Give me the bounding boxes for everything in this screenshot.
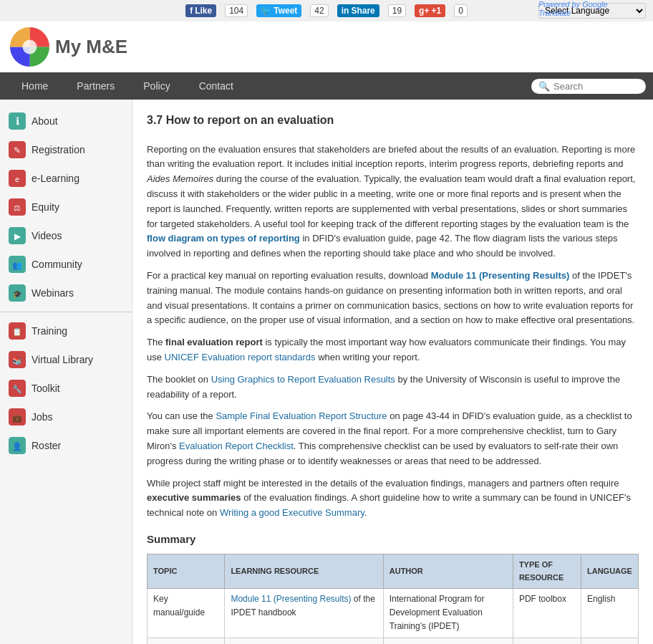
sidebar-label-virtual-library: Virtual Library xyxy=(32,354,93,365)
sidebar-label-equity: Equity xyxy=(32,201,59,213)
paragraph-2: For a practical key manual on reporting … xyxy=(147,269,639,328)
gp-label: +1 xyxy=(431,6,441,16)
svg-text:▶: ▶ xyxy=(14,231,21,241)
eval-checklist-link[interactable]: Evaluation Report Checklist xyxy=(179,441,294,451)
site-logo-text: My M&E xyxy=(55,36,127,58)
paragraph-6: While project staff might be interested … xyxy=(147,476,639,521)
search-input[interactable] xyxy=(553,81,647,92)
col-language: LANGUAGE xyxy=(581,554,639,588)
nav-home[interactable]: Home xyxy=(7,73,62,99)
exec-summary-link[interactable]: Writing a good Executive Summary xyxy=(220,507,364,518)
svg-text:📋: 📋 xyxy=(12,327,22,337)
registration-icon: ✎ xyxy=(9,141,26,158)
resource-cell: Module 11 (Presenting Results) of the IP… xyxy=(225,589,383,638)
sample-structure-link[interactable]: Sample Final Evaluation Report Structure xyxy=(216,410,387,421)
sidebar-item-equity[interactable]: ⚖ Equity xyxy=(0,193,132,221)
sidebar-item-elearning[interactable]: e e-Learning xyxy=(0,164,132,193)
virtual-library-icon: 📚 xyxy=(9,351,26,368)
sidebar-item-registration[interactable]: ✎ Registration xyxy=(0,135,132,164)
sidebar: ℹ About ✎ Registration e e-Learning ⚖ Eq… xyxy=(0,100,132,644)
svg-text:👤: 👤 xyxy=(12,441,22,451)
sidebar-item-virtual-library[interactable]: 📚 Virtual Library xyxy=(0,345,132,374)
sidebar-item-training[interactable]: 📋 Training xyxy=(0,317,132,345)
svg-text:📚: 📚 xyxy=(12,355,22,365)
translate-suffix: Translate xyxy=(538,9,571,17)
translate-brand: Google xyxy=(582,0,607,9)
sidebar-item-about[interactable]: ℹ About xyxy=(0,107,132,135)
main-layout: ℹ About ✎ Registration e e-Learning ⚖ Eq… xyxy=(0,100,653,644)
sidebar-label-toolkit: Toolkit xyxy=(32,383,60,394)
sidebar-item-jobs[interactable]: 💼 Jobs xyxy=(0,403,132,431)
col-topic: TOPIC xyxy=(147,554,225,588)
li-count: 19 xyxy=(388,4,406,17)
roster-icon: 👤 xyxy=(9,437,26,454)
gp-icon: g+ xyxy=(419,6,429,16)
col-resource: LEARNING RESOURCE xyxy=(225,554,383,588)
li-icon: in xyxy=(342,6,349,16)
flow-diagram-link[interactable]: flow diagram on types of reporting xyxy=(147,233,300,244)
sidebar-divider xyxy=(0,312,132,312)
type-cell: PDF toolbox xyxy=(513,589,581,638)
svg-text:ℹ: ℹ xyxy=(16,115,19,127)
sidebar-label-registration: Registration xyxy=(32,144,85,155)
table-row: UNICEF Evaluation report standardsUNICEF… xyxy=(147,638,639,644)
sidebar-item-webinars[interactable]: 🎓 Webinars xyxy=(0,279,132,307)
unicef-standards-link[interactable]: UNICEF Evaluation report standards xyxy=(165,352,316,362)
nav-contact[interactable]: Contact xyxy=(185,73,248,99)
sidebar-label-videos: Videos xyxy=(32,230,62,241)
summary-table: TOPIC LEARNING RESOURCE AUTHOR TYPE OF R… xyxy=(147,554,639,644)
nav-policy[interactable]: Policy xyxy=(129,73,184,99)
gp-count: 0 xyxy=(454,4,468,17)
svg-point-1 xyxy=(23,40,37,54)
linkedin-button[interactable]: in Share xyxy=(337,4,379,17)
fb-icon: f xyxy=(190,6,193,16)
paragraph-4: The booklet on Using Graphics to Report … xyxy=(147,373,639,403)
col-type: TYPE OF RESOURCE xyxy=(513,554,581,588)
equity-icon: ⚖ xyxy=(9,198,26,216)
topic-cell xyxy=(147,638,225,644)
col-author: AUTHOR xyxy=(383,554,513,588)
language-cell: English xyxy=(581,638,639,644)
sidebar-item-roster[interactable]: 👤 Roster xyxy=(0,431,132,460)
top-bar: f Like 104 🐦 Tweet 42 in Share 19 g+ +1 … xyxy=(0,0,653,21)
svg-text:👥: 👥 xyxy=(12,260,22,270)
summary-title: Summary xyxy=(147,531,639,548)
sidebar-item-community[interactable]: 👥 Community xyxy=(0,250,132,279)
svg-text:✎: ✎ xyxy=(14,145,21,155)
videos-icon: ▶ xyxy=(9,227,26,244)
fb-count: 104 xyxy=(225,4,248,17)
nav-partners[interactable]: Partners xyxy=(62,73,129,99)
search-icon: 🔍 xyxy=(538,81,550,92)
using-graphics-link[interactable]: Using Graphics to Report Evaluation Resu… xyxy=(211,374,395,385)
li-label: Share xyxy=(351,6,374,16)
tw-icon: 🐦 xyxy=(261,6,271,16)
resource-link[interactable]: Module 11 (Presenting Results) xyxy=(231,594,351,604)
logo-icon xyxy=(10,27,49,67)
svg-text:🎓: 🎓 xyxy=(13,289,22,299)
sidebar-label-about: About xyxy=(32,115,58,127)
toolkit-icon: 🔧 xyxy=(9,380,26,397)
author-cell: UNICEF xyxy=(383,638,513,644)
tw-count: 42 xyxy=(310,4,328,17)
content-area: 3.7 How to report on an evaluation Repor… xyxy=(132,100,653,644)
fb-label: Like xyxy=(195,6,212,16)
gplus-button[interactable]: g+ +1 xyxy=(415,4,445,17)
facebook-button[interactable]: f Like xyxy=(185,4,216,17)
twitter-button[interactable]: 🐦 Tweet xyxy=(256,4,301,17)
translate-credit: Powered by Google Translate xyxy=(538,0,639,17)
tw-label: Tweet xyxy=(274,6,297,16)
sidebar-item-videos[interactable]: ▶ Videos xyxy=(0,221,132,250)
sidebar-label-training: Training xyxy=(32,325,67,337)
paragraph-1: Reporting on the evaluation ensures that… xyxy=(147,143,639,261)
training-icon: 📋 xyxy=(9,322,26,340)
svg-text:e: e xyxy=(15,175,19,183)
logo-wrap: My M&E xyxy=(10,27,127,67)
module11-link[interactable]: Module 11 (Presenting Results) xyxy=(431,270,570,281)
table-row: Key manual/guideModule 11 (Presenting Re… xyxy=(147,589,639,638)
paragraph-3: The final evaluation report is typically… xyxy=(147,335,639,365)
header: My M&E xyxy=(0,21,653,72)
sidebar-item-toolkit[interactable]: 🔧 Toolkit xyxy=(0,374,132,403)
about-icon: ℹ xyxy=(9,112,26,130)
jobs-icon: 💼 xyxy=(9,408,26,426)
type-cell: PDF text xyxy=(513,638,581,644)
